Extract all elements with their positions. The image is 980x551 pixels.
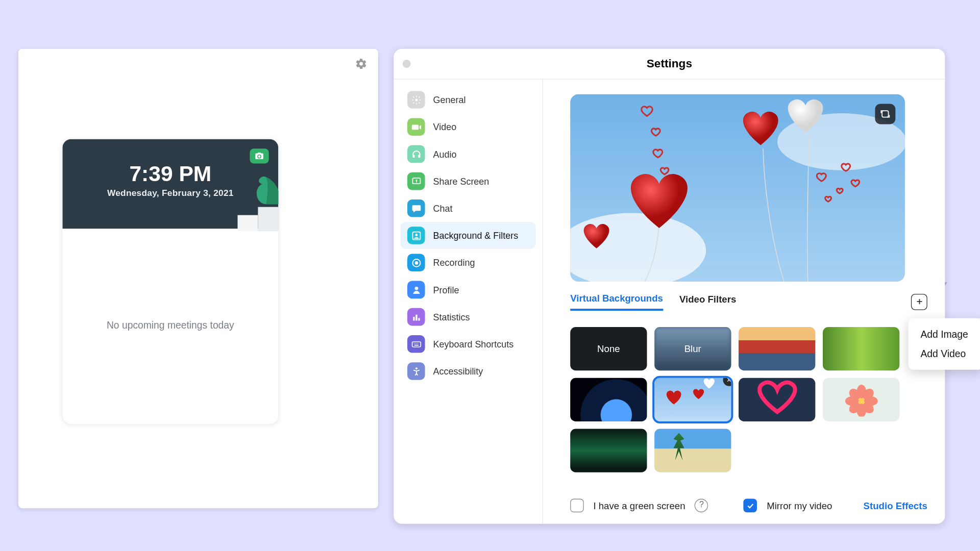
- window-title: Settings: [647, 57, 692, 71]
- background-tabs: Virtual Backgrounds Video Filters: [570, 292, 927, 311]
- svg-rect-14: [412, 341, 421, 346]
- audio-icon: [407, 145, 425, 163]
- thumb-grass[interactable]: [823, 327, 899, 370]
- svg-point-9: [414, 261, 418, 264]
- green-screen-label: I have a green screen: [593, 500, 685, 511]
- video-icon: [407, 118, 425, 136]
- traffic-light-button[interactable]: [403, 60, 411, 68]
- thumb-aurora[interactable]: [570, 429, 647, 472]
- settings-window: Settings General Video Audio Share Scree…: [394, 49, 945, 524]
- sidebar: General Video Audio Share Screen Chat Ba…: [394, 80, 543, 524]
- gear-icon: [355, 58, 368, 70]
- thumb-none[interactable]: None: [570, 327, 647, 370]
- accessibility-icon: [407, 362, 425, 380]
- sidebar-item-chat[interactable]: Chat: [401, 195, 536, 222]
- svg-rect-3: [412, 155, 414, 158]
- plus-icon: [915, 297, 923, 306]
- sidebar-item-label: Background & Filters: [433, 231, 519, 241]
- svg-point-15: [415, 367, 417, 369]
- sidebar-item-video[interactable]: Video: [401, 113, 536, 140]
- sidebar-item-label: Recording: [433, 258, 475, 268]
- camera-icon: [255, 152, 264, 161]
- sidebar-item-label: Statistics: [433, 312, 470, 322]
- dropdown-add-video[interactable]: Add Video: [909, 344, 980, 363]
- preview-artwork: [570, 94, 905, 282]
- sidebar-item-general[interactable]: General: [401, 86, 536, 113]
- svg-rect-13: [418, 318, 420, 320]
- content-panel: Virtual Backgrounds Video Filters None B…: [543, 80, 945, 524]
- plant-decor: [236, 170, 279, 232]
- card-header: 7:39 PM Wednesday, February 3, 2021: [62, 139, 278, 229]
- settings-gear-button[interactable]: [355, 58, 368, 70]
- background-thumbnails: None Blur ×: [570, 327, 910, 472]
- general-icon: [407, 91, 425, 109]
- sidebar-item-label: Video: [433, 122, 457, 132]
- svg-rect-0: [258, 207, 279, 232]
- svg-point-7: [415, 233, 418, 236]
- sidebar-item-label: Share Screen: [433, 176, 489, 186]
- add-background-dropdown: Add Image Add Video: [909, 318, 980, 369]
- svg-rect-1: [238, 215, 258, 232]
- sidebar-item-label: Profile: [433, 285, 459, 295]
- sidebar-item-label: Audio: [433, 149, 457, 159]
- green-screen-help-icon[interactable]: ?: [695, 499, 708, 513]
- thumb-earth[interactable]: [570, 378, 647, 421]
- keyboard-icon: [407, 335, 425, 353]
- svg-point-10: [414, 286, 418, 290]
- titlebar: Settings: [394, 49, 945, 80]
- sidebar-item-recording[interactable]: Recording: [401, 249, 536, 276]
- home-window: 7:39 PM Wednesday, February 3, 2021 No u…: [18, 49, 378, 508]
- sidebar-item-accessibility[interactable]: Accessibility: [401, 358, 536, 385]
- thumb-blur[interactable]: Blur: [654, 327, 731, 370]
- mirror-video-label: Mirror my video: [767, 500, 832, 511]
- tab-virtual-backgrounds[interactable]: Virtual Backgrounds: [570, 292, 663, 311]
- no-meetings-label: No upcoming meetings today: [62, 319, 278, 330]
- sidebar-item-label: Keyboard Shortcuts: [433, 339, 514, 349]
- rotate-icon: [880, 109, 891, 119]
- add-background-button[interactable]: [911, 293, 927, 310]
- chat-icon: [407, 199, 425, 217]
- sidebar-item-label: Chat: [433, 203, 453, 213]
- profile-icon: [407, 281, 425, 299]
- svg-point-16: [570, 213, 706, 282]
- dropdown-add-image[interactable]: Add Image: [909, 324, 980, 343]
- sidebar-item-keyboard-shortcuts[interactable]: Keyboard Shortcuts: [401, 331, 536, 358]
- green-screen-checkbox[interactable]: [570, 499, 584, 513]
- thumb-neon-heart[interactable]: [739, 378, 815, 421]
- thumb-balloons-art: [654, 378, 731, 421]
- background-icon: [407, 227, 425, 244]
- sidebar-item-share-screen[interactable]: Share Screen: [401, 168, 536, 195]
- sidebar-item-background-filters[interactable]: Background & Filters: [401, 222, 536, 249]
- svg-rect-12: [415, 314, 417, 320]
- check-icon: [746, 501, 755, 510]
- sidebar-item-label: General: [433, 95, 466, 105]
- svg-rect-18: [882, 111, 888, 117]
- mirror-video-checkbox[interactable]: [744, 499, 757, 513]
- statistics-icon: [407, 308, 425, 326]
- sidebar-item-profile[interactable]: Profile: [401, 276, 536, 303]
- flower-art: [844, 383, 878, 417]
- background-footer: I have a green screen ? Mirror my video …: [570, 499, 927, 513]
- studio-effects-link[interactable]: Studio Effects: [864, 500, 927, 511]
- recording-icon: [407, 254, 425, 271]
- svg-point-2: [415, 98, 418, 101]
- svg-rect-11: [413, 316, 414, 320]
- camera-badge[interactable]: [250, 148, 268, 163]
- thumb-beach[interactable]: [654, 429, 731, 472]
- video-preview: [570, 94, 905, 282]
- share-icon: [407, 172, 425, 190]
- today-card: 7:39 PM Wednesday, February 3, 2021 No u…: [62, 138, 279, 424]
- thumb-heart-balloons[interactable]: ×: [654, 378, 731, 421]
- neon-heart-art: [739, 378, 815, 421]
- thumb-flower[interactable]: [823, 378, 899, 421]
- thumb-label: Blur: [684, 343, 701, 354]
- rotate-camera-button[interactable]: [875, 104, 895, 124]
- sidebar-item-audio[interactable]: Audio: [401, 140, 536, 167]
- thumb-label: None: [597, 343, 620, 354]
- sidebar-item-label: Accessibility: [433, 366, 483, 377]
- thumb-golden-gate[interactable]: [739, 327, 815, 370]
- svg-rect-4: [418, 155, 420, 158]
- tab-video-filters[interactable]: Video Filters: [679, 293, 736, 310]
- sidebar-item-statistics[interactable]: Statistics: [401, 304, 536, 331]
